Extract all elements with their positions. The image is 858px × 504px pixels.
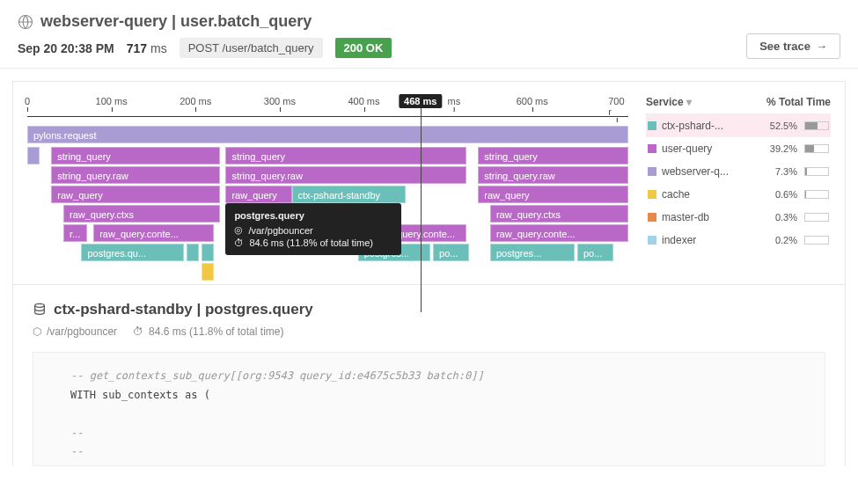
cursor-label: 468 ms (399, 94, 442, 108)
legend-pct: 0.3% (775, 212, 797, 223)
legend-left: indexer (648, 234, 696, 246)
legend-pct: 52.5% (770, 121, 797, 131)
legend-row[interactable]: webserver-q...7.3% (646, 160, 831, 183)
target-icon: ◎ (234, 224, 243, 236)
legend-right: 0.2% (775, 235, 829, 245)
legend-swatch (648, 167, 656, 176)
trace-header: webserver-query | user.batch_query Sep 2… (0, 0, 858, 69)
span-raw-query-2[interactable]: raw_query (225, 186, 291, 203)
span-raw-query-ctxs-1[interactable]: raw_query.ctxs (63, 205, 220, 223)
legend-row[interactable]: indexer0.2% (646, 229, 831, 252)
span-ctx-standby[interactable]: ctx-pshard-standby (292, 186, 407, 203)
legend-swatch (648, 190, 656, 199)
span-ctx-blip-1[interactable] (187, 244, 199, 261)
legend-bar (804, 236, 829, 245)
sql-code-box[interactable]: -- get_contexts_sub_query[[org:9543 quer… (33, 352, 825, 466)
legend-left: webserver-q... (648, 165, 729, 178)
main-panel: 0 100 ms 200 ms 300 ms 400 ms ms 600 ms … (12, 81, 846, 285)
span-r-short[interactable]: r... (63, 224, 87, 242)
detail-title-row: ctx-pshard-standby | postgres.query (33, 301, 825, 318)
span-raw-query-conte-1[interactable]: raw_query.conte... (93, 224, 214, 242)
timestamp: Sep 20 20:38 PM (18, 41, 114, 55)
span-po-2[interactable]: po... (433, 244, 469, 261)
sql-keyword: SELECT (70, 464, 108, 466)
span-pylons-request[interactable]: pylons.request (27, 126, 628, 143)
legend-row[interactable]: cache0.6% (646, 183, 831, 206)
span-raw-query-3[interactable]: raw_query (478, 186, 628, 203)
tick-0: 0 (25, 96, 30, 106)
span-string-query-raw-2[interactable]: string_query.raw (225, 166, 466, 184)
legend-bar (804, 144, 829, 153)
legend-right: 39.2% (770, 143, 829, 154)
legend-row[interactable]: master-db0.3% (646, 206, 831, 229)
sql-comment-2: -- (70, 427, 83, 439)
legend-row[interactable]: user-query39.2% (646, 137, 831, 160)
legend-left: ctx-pshard-... (648, 120, 723, 132)
legend-bar (804, 213, 829, 222)
span-postgres-3[interactable]: postgres... (490, 244, 575, 261)
tooltip-path-row: ◎ /var/pgbouncer (234, 224, 392, 236)
legend-swatch (648, 213, 656, 222)
header-left: webserver-query | user.batch_query Sep 2… (18, 12, 392, 58)
span-web-small[interactable] (27, 147, 40, 164)
legend-pct: 39.2% (770, 143, 797, 154)
legend-left: master-db (648, 211, 709, 223)
span-postgres-qu-1[interactable]: postgres.qu... (81, 244, 183, 261)
legend-pct: 7.3% (775, 166, 797, 177)
sql-rest: key, (108, 464, 140, 466)
detail-meta: ⬡ /var/pgbouncer ⏱ 84.6 ms (11.8% of tot… (33, 325, 825, 338)
span-raw-query-conte-3[interactable]: raw_query.conte... (490, 224, 628, 242)
clock-icon: ⏱ (133, 325, 143, 338)
flame-graph[interactable]: pylons.request string_query string_query… (27, 126, 628, 284)
legend-pct: 0.6% (775, 189, 797, 200)
span-string-query-3[interactable]: string_query (478, 147, 628, 164)
span-cache-blip[interactable] (202, 263, 214, 281)
span-detail-panel: ctx-pshard-standby | postgres.query ⬡ /v… (12, 285, 846, 466)
detail-title: ctx-pshard-standby | postgres.query (54, 301, 313, 318)
cursor-line[interactable] (421, 101, 422, 312)
span-string-query-raw-1[interactable]: string_query.raw (51, 166, 219, 184)
legend-right: 0.6% (775, 189, 829, 200)
span-string-query-2[interactable]: string_query (225, 147, 466, 164)
span-ctx-blip-2[interactable] (202, 244, 214, 261)
legend-header[interactable]: Service ▾ % Total Time (646, 96, 831, 114)
status-badge: 200 OK (335, 38, 392, 58)
flame-area[interactable]: 0 100 ms 200 ms 300 ms 400 ms ms 600 ms … (27, 96, 628, 284)
endpoint-badge: POST /user/batch_query (180, 38, 323, 58)
tooltip-title: postgres.query (234, 210, 392, 221)
legend-service-name: ctx-pshard-... (662, 120, 723, 132)
legend-right: 0.3% (775, 212, 829, 223)
tick-500: ms (448, 96, 461, 106)
legend-service-name: master-db (662, 211, 709, 223)
legend-swatch (648, 121, 656, 130)
legend-service-name: webserver-q... (662, 165, 729, 178)
tick-200: 200 ms (180, 96, 211, 106)
span-raw-query-ctxs-3[interactable]: raw_query.ctxs (490, 205, 628, 223)
title-row: webserver-query | user.batch_query (18, 12, 392, 31)
legend-left: user-query (648, 142, 712, 155)
legend-left: cache (648, 188, 690, 201)
tick-100: 100 ms (96, 96, 128, 106)
legend-rows: ctx-pshard-...52.5%user-query39.2%webser… (646, 114, 831, 252)
legend-service-name: cache (662, 188, 690, 201)
tick-300: 300 ms (264, 96, 296, 106)
service-legend: Service ▾ % Total Time ctx-pshard-...52.… (646, 96, 831, 284)
tick-600: 600 ms (517, 96, 548, 106)
tick-400: 400 ms (348, 96, 379, 106)
legend-swatch (648, 236, 656, 245)
span-tooltip: postgres.query ◎ /var/pgbouncer ⏱ 84.6 m… (225, 203, 401, 255)
span-po-3[interactable]: po... (577, 244, 613, 261)
meta-row: Sep 20 20:38 PM 717 ms POST /user/batch_… (18, 38, 392, 58)
legend-row[interactable]: ctx-pshard-...52.5% (646, 114, 831, 137)
target-icon: ⬡ (33, 325, 41, 338)
database-icon (33, 303, 47, 317)
span-raw-query-1[interactable]: raw_query (51, 186, 219, 203)
see-trace-button[interactable]: See trace → (746, 33, 840, 59)
tooltip-path: /var/pgbouncer (248, 225, 312, 236)
span-string-query-1[interactable]: string_query (51, 147, 219, 164)
duration-value: 717 (127, 41, 147, 55)
span-string-query-raw-3[interactable]: string_query.raw (478, 166, 628, 184)
globe-icon (18, 14, 33, 30)
duration-unit: ms (150, 41, 167, 55)
sql-comment-3: -- (70, 445, 83, 457)
